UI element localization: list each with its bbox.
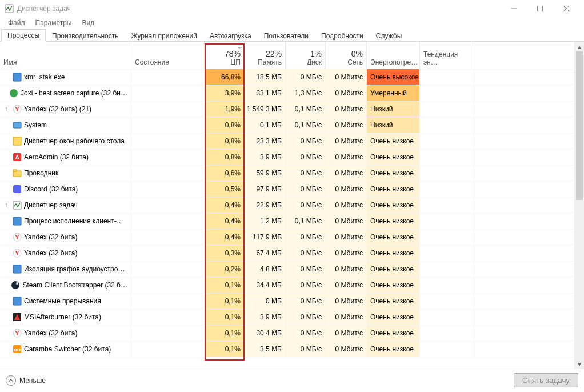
expand-icon[interactable]: › bbox=[3, 106, 10, 112]
process-name: Изоляция графов аудиоустро… bbox=[24, 265, 125, 273]
svg-text:Y: Y bbox=[15, 106, 19, 113]
tab-processes[interactable]: Процессы bbox=[1, 29, 46, 42]
cell-power-usage: Очень низкое bbox=[367, 149, 420, 165]
scroll-thumb[interactable] bbox=[576, 51, 583, 200]
table-row[interactable]: ›Диспетчер задач0,4%22,9 МБ0 МБ/с0 Мбит/… bbox=[0, 197, 574, 213]
table-row[interactable]: Диспетчер окон рабочего стола0,8%23,3 МБ… bbox=[0, 133, 574, 149]
table-row[interactable]: YYandex (32 бита)0,1%30,4 МБ0 МБ/с0 Мбит… bbox=[0, 325, 574, 341]
table-row[interactable]: xmr_stak.exe66,8%18,5 МБ0 МБ/с0 Мбит/сОч… bbox=[0, 69, 574, 85]
table-row[interactable]: Системные прерывания0,1%0 МБ0 МБ/с0 Мбит… bbox=[0, 293, 574, 309]
process-icon: RU bbox=[13, 345, 22, 354]
cell-cpu: 1,9% bbox=[205, 101, 245, 117]
cell-name: MSIAfterburner (32 бита) bbox=[0, 309, 131, 325]
menu-options[interactable]: Параметры bbox=[31, 18, 77, 28]
fewer-details-label: Меньше bbox=[19, 377, 46, 385]
process-name: Steam Client Bootstrapper (32 б… bbox=[22, 281, 127, 289]
tab-performance[interactable]: Производительность bbox=[46, 30, 125, 42]
cell-disk: 0 МБ/с bbox=[286, 341, 326, 357]
cell-name: Steam Client Bootstrapper (32 б… bbox=[0, 277, 131, 293]
col-power-trend[interactable]: Тенденция эн… bbox=[420, 42, 474, 69]
svg-rect-22 bbox=[13, 265, 21, 273]
svg-rect-2 bbox=[538, 6, 543, 11]
table-row[interactable]: Steam Client Bootstrapper (32 б…0,1%34,4… bbox=[0, 277, 574, 293]
table-row[interactable]: RUCaramba Switcher (32 бита)0,1%3,5 МБ0 … bbox=[0, 341, 574, 357]
tab-startup[interactable]: Автозагрузка bbox=[203, 30, 258, 42]
scroll-up-icon[interactable]: ▴ bbox=[575, 42, 584, 51]
col-memory[interactable]: 22%Память bbox=[245, 42, 286, 69]
cell-power-trend bbox=[420, 101, 474, 117]
col-disk[interactable]: 1%Диск bbox=[286, 42, 326, 69]
cell-memory: 1 549,3 МБ bbox=[245, 101, 286, 117]
table-row[interactable]: Joxi - best screen capture (32 би…3,9%33… bbox=[0, 85, 574, 101]
vertical-scrollbar[interactable]: ▴ ▾ bbox=[574, 42, 584, 369]
cell-disk: 0 МБ/с bbox=[286, 149, 326, 165]
tab-strip: Процессы Производительность Журнал прило… bbox=[0, 29, 584, 42]
col-name[interactable]: Имя bbox=[0, 42, 131, 69]
process-icon: Y bbox=[13, 105, 22, 114]
cell-cpu: 0,4% bbox=[205, 213, 245, 229]
maximize-button[interactable] bbox=[527, 0, 553, 17]
tab-users[interactable]: Пользователи bbox=[258, 30, 315, 42]
cell-state bbox=[131, 293, 205, 309]
end-task-button[interactable]: Снять задачу bbox=[514, 373, 578, 387]
cell-memory: 23,3 МБ bbox=[245, 133, 286, 149]
process-name: MSIAfterburner (32 бита) bbox=[24, 313, 101, 321]
table-row[interactable]: Discord (32 бита)0,5%97,9 МБ0 МБ/с0 Мбит… bbox=[0, 181, 574, 197]
cell-disk: 0 МБ/с bbox=[286, 309, 326, 325]
col-state[interactable]: Состояние bbox=[131, 42, 205, 69]
table-row[interactable]: Проводник0,6%59,9 МБ0 МБ/с0 Мбит/сОчень … bbox=[0, 165, 574, 181]
table-row[interactable]: ›YYandex (32 бита) (21)1,9%1 549,3 МБ0,1… bbox=[0, 101, 574, 117]
scroll-down-icon[interactable]: ▾ bbox=[575, 359, 584, 369]
cell-network: 0 Мбит/с bbox=[326, 117, 367, 133]
table-row[interactable]: Изоляция графов аудиоустро…0,2%4,8 МБ0 М… bbox=[0, 261, 574, 277]
process-icon bbox=[13, 297, 22, 306]
cell-network: 0 Мбит/с bbox=[326, 197, 367, 213]
tab-services[interactable]: Службы bbox=[370, 30, 408, 42]
menu-file[interactable]: Файл bbox=[3, 18, 30, 28]
table-row[interactable]: AAeroAdmin (32 бита)0,8%3,9 МБ0 МБ/с0 Мб… bbox=[0, 149, 574, 165]
col-cpu[interactable]: ⌄ 78%ЦП bbox=[205, 42, 245, 69]
process-name: Диспетчер окон рабочего стола bbox=[24, 137, 125, 145]
cell-cpu: 0,1% bbox=[205, 341, 245, 357]
process-icon: Y bbox=[13, 233, 22, 242]
cell-cpu: 0,8% bbox=[205, 117, 245, 133]
menu-view[interactable]: Вид bbox=[77, 18, 99, 28]
col-network[interactable]: 0%Сеть bbox=[326, 42, 367, 69]
cell-state bbox=[131, 325, 205, 341]
tab-app-history[interactable]: Журнал приложений bbox=[125, 30, 203, 42]
cell-power-trend bbox=[420, 165, 474, 181]
cell-power-usage: Очень низкое bbox=[367, 133, 420, 149]
fewer-details-button[interactable]: Меньше bbox=[6, 375, 46, 386]
minimize-button[interactable] bbox=[501, 0, 527, 17]
close-button[interactable] bbox=[553, 0, 579, 17]
cell-power-trend bbox=[420, 341, 474, 357]
svg-text:Y: Y bbox=[15, 330, 19, 337]
cell-network: 0 Мбит/с bbox=[326, 293, 367, 309]
cell-disk: 0 МБ/с bbox=[286, 293, 326, 309]
cell-memory: 59,9 МБ bbox=[245, 165, 286, 181]
cell-power-trend bbox=[420, 325, 474, 341]
taskmgr-icon bbox=[5, 4, 14, 13]
cell-state bbox=[131, 181, 205, 197]
cell-name: Joxi - best screen capture (32 би… bbox=[0, 85, 131, 101]
cell-memory: 4,8 МБ bbox=[245, 261, 286, 277]
cell-network: 0 Мбит/с bbox=[326, 85, 367, 101]
cell-cpu: 0,1% bbox=[205, 293, 245, 309]
table-row[interactable]: YYandex (32 бита)0,4%117,9 МБ0 МБ/с0 Мби… bbox=[0, 229, 574, 245]
table-row[interactable]: YYandex (32 бита)0,3%67,4 МБ0 МБ/с0 Мбит… bbox=[0, 245, 574, 261]
cell-state bbox=[131, 341, 205, 357]
table-row[interactable]: Процесс исполнения клиент-…0,4%1,2 МБ0,1… bbox=[0, 213, 574, 229]
process-icon: Y bbox=[13, 329, 22, 338]
process-icon bbox=[13, 217, 22, 226]
tab-details[interactable]: Подробности bbox=[315, 30, 370, 42]
expand-icon[interactable]: › bbox=[3, 202, 10, 208]
cell-name: YYandex (32 бита) bbox=[0, 325, 131, 341]
cell-state bbox=[131, 309, 205, 325]
cell-power-usage: Очень низкое bbox=[367, 229, 420, 245]
cell-state bbox=[131, 245, 205, 261]
table-row[interactable]: MSIAfterburner (32 бита)0,1%3,9 МБ0 МБ/с… bbox=[0, 309, 574, 325]
col-power-usage[interactable]: Энергопотре… bbox=[367, 42, 420, 69]
table-row[interactable]: System0,8%0,1 МБ0,1 МБ/с0 Мбит/сНизкий bbox=[0, 117, 574, 133]
process-icon bbox=[13, 201, 22, 210]
cell-power-usage: Умеренный bbox=[367, 85, 420, 101]
